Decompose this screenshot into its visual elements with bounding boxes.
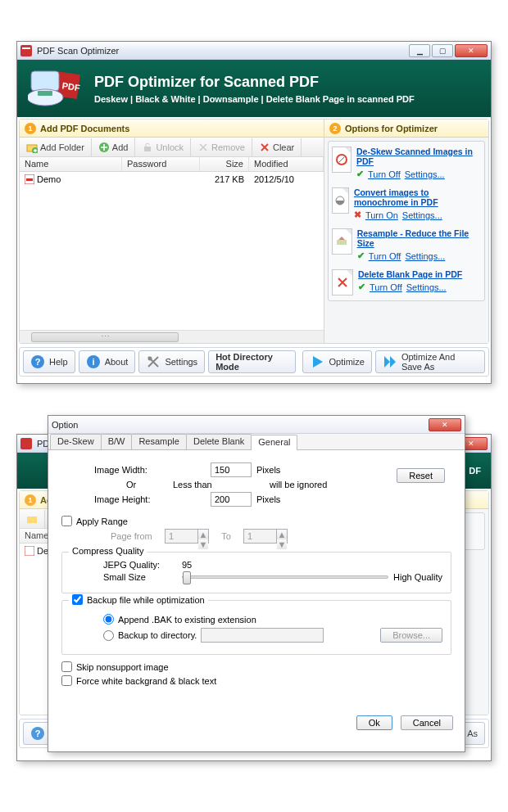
table-row[interactable]: Demo 217 KB 2012/5/10 — [20, 172, 324, 187]
help-button[interactable]: ?Help — [23, 350, 75, 373]
ok-button[interactable]: Ok — [356, 715, 392, 730]
browse-button[interactable]: Browse... — [380, 628, 442, 643]
settings-button[interactable]: Settings — [138, 350, 205, 373]
label-pixels-2: Pixels — [256, 494, 280, 504]
option-delete-blank-settings[interactable]: Settings... — [406, 282, 447, 292]
label-ignored: will be ignored — [270, 480, 327, 489]
main-window: PDF Scan Optimizer PDF PDF Optimizer for… — [16, 41, 492, 384]
svg-rect-23 — [25, 546, 34, 556]
reset-button[interactable]: Reset — [397, 468, 445, 483]
titlebar[interactable]: PDF Scan Optimizer — [17, 42, 491, 60]
page-from-spin[interactable]: ▲▼ — [197, 529, 209, 544]
option-resample-toggle[interactable]: Turn Off — [369, 251, 401, 261]
horizontal-scrollbar[interactable] — [20, 330, 324, 343]
option-bw: Convert images to monochrome in PDF ✖ Tu… — [332, 187, 481, 220]
svg-text:?: ? — [35, 357, 41, 367]
step-1-badge: 1 — [25, 123, 36, 134]
minimize-button[interactable] — [409, 44, 430, 57]
option-delete-blank-title[interactable]: Delete Blank Page in PDF — [358, 269, 462, 279]
svg-rect-22 — [27, 517, 37, 523]
check-icon: ✔ — [357, 250, 365, 261]
left-panel: 1 Add PDF Documents Add Folder Add Unloc… — [20, 120, 324, 343]
option-resample-title[interactable]: Resample - Reduce the File Size — [357, 228, 481, 248]
scrollbar-thumb[interactable] — [31, 332, 179, 342]
option-resample-settings[interactable]: Settings... — [405, 251, 445, 261]
backup-checkbox[interactable] — [72, 594, 83, 605]
page-to-input[interactable] — [243, 529, 276, 544]
slider-knob[interactable] — [183, 571, 191, 584]
label-apply-range: Apply Range — [76, 517, 128, 526]
quality-slider[interactable] — [182, 575, 388, 579]
bw-icon — [332, 187, 349, 214]
option-deskew-toggle[interactable]: Turn Off — [368, 169, 401, 179]
option-bw-toggle[interactable]: Turn On — [365, 210, 398, 220]
label-force: Force white backgrand & black text — [76, 676, 216, 686]
clear-button[interactable]: Clear — [252, 138, 302, 156]
label-small-size: Small Size — [103, 572, 177, 582]
label-image-width: Image Width: — [94, 465, 168, 475]
add-button[interactable]: Add — [92, 138, 136, 156]
jpeg-quality-value: 95 — [182, 560, 192, 570]
tab-deskew[interactable]: De-Skew — [50, 434, 102, 449]
option-delete-blank: Delete Blank Page in PDF ✔ Turn Off Sett… — [332, 269, 481, 295]
about-button[interactable]: iAbout — [79, 350, 136, 373]
image-width-input[interactable] — [211, 462, 252, 477]
remove-button[interactable]: Remove — [191, 138, 252, 156]
skip-nonsupport-checkbox[interactable] — [61, 661, 72, 672]
cancel-button[interactable]: Cancel — [401, 715, 453, 730]
tab-resample[interactable]: Resample — [131, 434, 187, 449]
apply-range-checkbox[interactable] — [61, 516, 72, 526]
unlock-button[interactable]: Unlock — [135, 138, 191, 156]
force-white-checkbox[interactable] — [61, 675, 72, 686]
window-title: PDF Scan Optimizer — [37, 46, 409, 56]
backup-dir-input[interactable] — [201, 628, 324, 643]
page-from-input[interactable] — [165, 529, 197, 544]
dialog-close-button[interactable] — [429, 418, 461, 431]
clear-icon — [259, 142, 270, 153]
left-panel-title: Add PDF Documents — [40, 124, 129, 133]
unlock-icon — [142, 142, 153, 153]
hot-directory-button[interactable]: Hot Directory Mode — [208, 350, 296, 373]
add-icon — [98, 142, 110, 153]
dialog-titlebar[interactable]: Option — [48, 416, 465, 434]
col-size[interactable]: Size — [200, 157, 249, 171]
check-icon: ✔ — [358, 282, 365, 292]
option-bw-title[interactable]: Convert images to monochrome in PDF — [354, 187, 481, 207]
option-deskew-settings[interactable]: Settings... — [405, 169, 445, 179]
app-icon — [20, 45, 32, 56]
option-deskew: De-Skew Scanned Images in PDF ✔ Turn Off… — [332, 147, 481, 179]
tab-general[interactable]: General — [251, 435, 297, 450]
add-folder-button[interactable]: Add Folder — [20, 138, 92, 156]
page-to-spin[interactable]: ▲▼ — [276, 529, 288, 544]
radio-append[interactable]: Append .BAK to existing extension — [103, 614, 442, 625]
col-name[interactable]: Name — [20, 157, 122, 171]
col-modified[interactable]: Modified — [249, 157, 324, 171]
svg-rect-15 — [337, 240, 347, 245]
image-height-input[interactable] — [211, 492, 252, 507]
check-icon: ✔ — [356, 169, 364, 179]
hero-banner: PDF PDF Optimizer for Scanned PDF Deskew… — [17, 60, 491, 117]
optimize-button[interactable]: Optimize — [302, 350, 371, 373]
right-panel-title: Options for Optimizer — [345, 124, 438, 133]
hero-title: PDF Optimizer for Scanned PDF — [94, 74, 415, 91]
svg-rect-1 — [22, 47, 30, 49]
label-high-quality: High Quality — [393, 572, 442, 582]
optimize-save-button[interactable]: Optimize And Save As — [375, 350, 485, 373]
label-to: To — [214, 531, 238, 541]
tab-bw[interactable]: B/W — [101, 434, 133, 449]
col-password[interactable]: Password — [122, 157, 200, 171]
close-button[interactable] — [455, 44, 488, 57]
help-icon: ? — [30, 354, 45, 369]
group-backup-title: Backup file while optimization — [87, 595, 205, 605]
deskew-icon — [332, 147, 352, 173]
file-list[interactable]: Demo 217 KB 2012/5/10 — [20, 172, 324, 330]
step-2-badge: 2 — [329, 123, 341, 134]
tab-delete-blank[interactable]: Delete Blank — [186, 434, 252, 449]
option-deskew-title[interactable]: De-Skew Scanned Images in PDF — [356, 147, 481, 166]
info-icon: i — [86, 354, 101, 369]
radio-todir[interactable]: Backup to directory. Browse... — [103, 628, 442, 643]
maximize-button[interactable] — [432, 44, 453, 57]
option-delete-blank-toggle[interactable]: Turn Off — [370, 282, 402, 292]
hero-icon: PDF — [27, 65, 86, 111]
option-bw-settings[interactable]: Settings... — [402, 210, 442, 220]
